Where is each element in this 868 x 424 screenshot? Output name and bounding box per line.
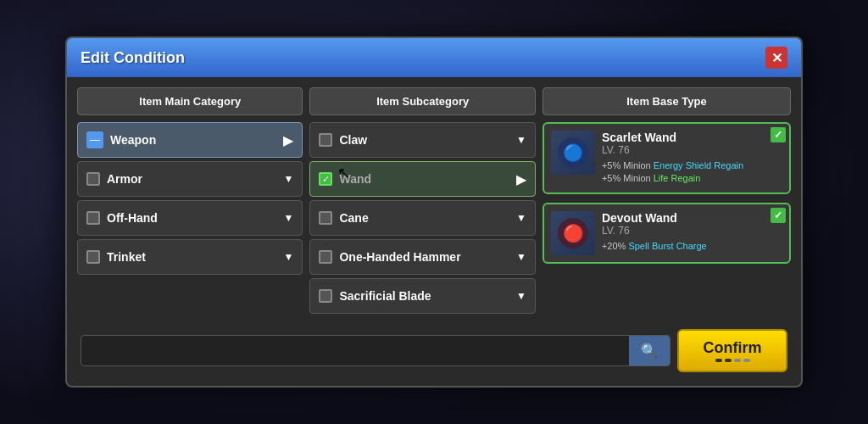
hammer-label: One-Handed Hammer [339,250,516,264]
confirm-dot-4 [743,359,750,362]
list-item-cane[interactable]: Cane ▼ [309,200,535,236]
list-item-trinket[interactable]: Trinket ▼ [77,239,303,275]
scarlet-wand-stat2-highlight: Life Regain [654,173,701,183]
trinket-arrow-icon: ▼ [284,251,294,263]
cane-label: Cane [339,211,516,225]
bottom-bar: 🔍 Confirm [77,322,791,376]
blade-arrow-icon: ▼ [516,290,526,302]
devout-wand-level: LV. 76 [602,225,782,237]
scarlet-wand-icon: 🔵 [551,131,595,175]
confirm-dot-3 [734,359,741,362]
base-type-header: Item Base Type [542,87,791,115]
trinket-label: Trinket [107,250,284,264]
scarlet-wand-name: Scarlet Wand [602,131,782,144]
list-item-armor[interactable]: Armor ▼ [77,161,303,197]
blade-label: Sacrificial Blade [339,289,516,303]
dialog-title: Edit Condition [81,49,185,67]
confirm-progress [715,359,750,362]
weapon-label: Weapon [110,133,283,147]
devout-wand-stat1: +20% Spell Burst Charge [602,240,782,253]
dialog-header: Edit Condition ✕ [67,38,801,77]
search-icon: 🔍 [641,343,658,359]
offhand-arrow-icon: ▼ [284,212,294,224]
claw-checkbox [319,133,332,147]
main-category-column: Item Main Category — Weapon ▶ Armor ▼ Of… [77,87,303,314]
scarlet-wand-stat1: +5% Minion Energy Shield Regain [602,159,782,172]
list-item-claw[interactable]: Claw ▼ [309,122,535,158]
wand-checkbox: ✓ [319,172,332,186]
armor-arrow-icon: ▼ [284,173,294,185]
weapon-arrow-icon: ▶ [283,132,293,148]
list-item-wand[interactable]: ✓ Wand ↖ ▶ [309,161,535,197]
subcategory-header: Item Subcategory [309,87,535,115]
scarlet-wand-info: Scarlet Wand LV. 76 +5% Minion Energy Sh… [602,131,782,186]
svg-text:🔴: 🔴 [562,223,583,243]
dialog-body: Item Main Category — Weapon ▶ Armor ▼ Of… [67,77,801,386]
devout-wand-checkmark: ✓ [771,208,786,223]
claw-label: Claw [339,133,516,147]
item-card-scarlet-wand[interactable]: 🔵 Scarlet Wand LV. 76 +5% Minion Energy … [542,122,791,194]
devout-wand-icon: 🔴 [551,211,595,255]
devout-wand-name: Devout Wand [602,211,782,225]
armor-label: Armor [107,172,284,186]
scarlet-wand-checkmark: ✓ [771,127,786,142]
list-item-offhand[interactable]: Off-Hand ▼ [77,200,303,236]
cane-checkbox [319,211,332,225]
wand-arrow-icon: ▶ [516,171,526,187]
offhand-label: Off-Hand [107,211,284,225]
blade-checkbox [319,289,332,303]
base-type-column: Item Base Type 🔵 Scarlet Wand LV. 76 +5% [542,87,791,314]
confirm-label: Confirm [704,339,762,357]
hammer-checkbox [319,250,332,264]
confirm-dot-1 [715,359,722,362]
offhand-checkbox [86,211,100,225]
weapon-selected-icon: — [86,131,103,148]
svg-text:🔵: 🔵 [562,142,583,163]
scarlet-wand-stat1-highlight: Energy Shield Regain [654,160,743,170]
list-item-weapon[interactable]: — Weapon ▶ [77,122,303,158]
devout-wand-info: Devout Wand LV. 76 +20% Spell Burst Char… [602,211,782,253]
armor-checkbox [86,172,100,186]
list-item-one-handed-hammer[interactable]: One-Handed Hammer ▼ [309,239,535,275]
main-category-header: Item Main Category [77,87,303,115]
search-box[interactable]: 🔍 [81,335,670,366]
cane-arrow-icon: ▼ [516,212,526,224]
search-input[interactable] [81,338,629,365]
list-item-sacrificial-blade[interactable]: Sacrificial Blade ▼ [309,278,535,314]
edit-condition-dialog: Edit Condition ✕ Item Main Category — We… [65,36,803,388]
item-card-devout-wand[interactable]: 🔴 Devout Wand LV. 76 +20% Spell Burst Ch… [542,203,791,264]
scarlet-wand-level: LV. 76 [602,144,782,156]
search-button[interactable]: 🔍 [629,336,670,365]
hammer-arrow-icon: ▼ [516,251,526,263]
scarlet-wand-stat2: +5% Minion Life Regain [602,172,782,185]
close-button[interactable]: ✕ [765,47,787,69]
wand-label: Wand [339,172,515,186]
devout-wand-stat1-highlight: Spell Burst Charge [628,241,706,251]
subcategory-column: Item Subcategory Claw ▼ ✓ Wand ↖ ▶ Cane … [309,87,535,314]
columns-container: Item Main Category — Weapon ▶ Armor ▼ Of… [77,87,791,314]
confirm-dot-2 [725,359,732,362]
trinket-checkbox [86,250,100,264]
claw-arrow-icon: ▼ [516,134,526,146]
confirm-button[interactable]: Confirm [677,329,787,372]
